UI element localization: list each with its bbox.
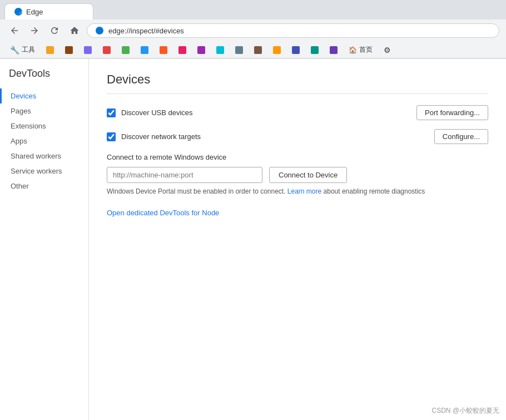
address-bar[interactable]: edge://inspect/#devices: [87, 23, 499, 38]
network-checkbox[interactable]: [107, 132, 116, 141]
bookmark-9[interactable]: [175, 45, 190, 55]
sidebar-item-other[interactable]: Other: [0, 179, 88, 194]
sidebar-item-devices[interactable]: Devices: [0, 88, 88, 103]
bookmark-tools[interactable]: 🔧 工具: [7, 44, 38, 56]
bookmark-homepage-label: 首页: [359, 45, 373, 55]
sidebar-item-apps[interactable]: Apps: [0, 134, 88, 149]
bookmark-github[interactable]: ⚙: [380, 45, 394, 56]
bookmark-3[interactable]: [62, 45, 76, 55]
main-layout: DevTools Devices Pages Extensions Apps S…: [0, 59, 506, 420]
connect-to-device-button[interactable]: Connect to Device: [269, 167, 347, 183]
bookmark-12[interactable]: [232, 45, 246, 55]
connect-row: Connect to Device: [107, 167, 488, 183]
watermark: CSDN @小蛟蛟的夏无: [431, 406, 499, 416]
forward-button[interactable]: [27, 23, 42, 38]
help-text-after: about enabling remote diagnostics: [324, 187, 425, 195]
tab-bar: Edge: [0, 0, 506, 19]
edge-favicon: [14, 7, 23, 16]
bookmark-14[interactable]: [270, 45, 284, 55]
bookmark-homepage[interactable]: 🏠 首页: [345, 44, 376, 56]
url-text: edge://inspect/#devices: [108, 27, 184, 35]
sidebar-item-service-workers[interactable]: Service workers: [0, 164, 88, 179]
page-title: Devices: [107, 72, 488, 94]
tab-title: Edge: [26, 8, 43, 16]
help-text-before: Windows Device Portal must be enabled in…: [107, 187, 286, 195]
network-checkbox-container: Discover network targets: [107, 132, 201, 141]
connect-input[interactable]: [107, 167, 262, 183]
bookmark-17[interactable]: [326, 45, 341, 55]
usb-option-row: Discover USB devices Port forwarding...: [107, 105, 488, 120]
learn-more-link[interactable]: Learn more: [287, 187, 321, 195]
configure-button[interactable]: Configure...: [434, 129, 488, 144]
reload-button[interactable]: [47, 23, 62, 38]
bookmark-5[interactable]: [100, 45, 114, 55]
connect-section-title: Connect to a remote Windows device: [107, 153, 488, 161]
sidebar-item-extensions[interactable]: Extensions: [0, 118, 88, 134]
bookmark-7[interactable]: [137, 45, 152, 55]
bookmarks-bar: 🔧 工具 🏠 首页 ⚙: [0, 42, 506, 58]
usb-label: Discover USB devices: [121, 108, 193, 117]
home-button[interactable]: [67, 23, 82, 38]
svg-point-1: [96, 27, 103, 34]
bookmark-6[interactable]: [118, 45, 133, 55]
sidebar-item-shared-workers[interactable]: Shared workers: [0, 149, 88, 164]
network-option-row: Discover network targets Configure...: [107, 129, 488, 144]
sidebar-item-pages[interactable]: Pages: [0, 103, 88, 118]
bookmark-13[interactable]: [251, 45, 265, 55]
browser-chrome: Edge edge://inspect/#devices: [0, 0, 506, 59]
svg-point-0: [14, 8, 22, 16]
network-label: Discover network targets: [121, 132, 201, 141]
bookmark-15[interactable]: [289, 45, 303, 55]
toolbar: edge://inspect/#devices: [0, 19, 506, 42]
port-forwarding-button[interactable]: Port forwarding...: [416, 105, 488, 120]
devtools-title: DevTools: [0, 68, 88, 88]
bookmark-8[interactable]: [156, 45, 171, 55]
devtools-node-link[interactable]: Open dedicated DevTools for Node: [107, 209, 219, 217]
edge-address-icon: [95, 26, 104, 35]
sidebar: DevTools Devices Pages Extensions Apps S…: [0, 59, 89, 420]
bookmark-11[interactable]: [213, 45, 227, 55]
bookmark-10[interactable]: [194, 45, 209, 55]
bookmark-4[interactable]: [81, 45, 95, 55]
content-area: Devices Discover USB devices Port forwar…: [89, 59, 506, 420]
back-button[interactable]: [7, 23, 22, 38]
browser-tab[interactable]: Edge: [4, 3, 93, 19]
usb-checkbox-container: Discover USB devices: [107, 108, 193, 117]
help-text: Windows Device Portal must be enabled in…: [107, 187, 488, 195]
usb-checkbox[interactable]: [107, 108, 116, 117]
bookmark-label: 工具: [22, 45, 35, 55]
bookmark-2[interactable]: [43, 45, 57, 55]
bookmark-16[interactable]: [307, 45, 322, 55]
